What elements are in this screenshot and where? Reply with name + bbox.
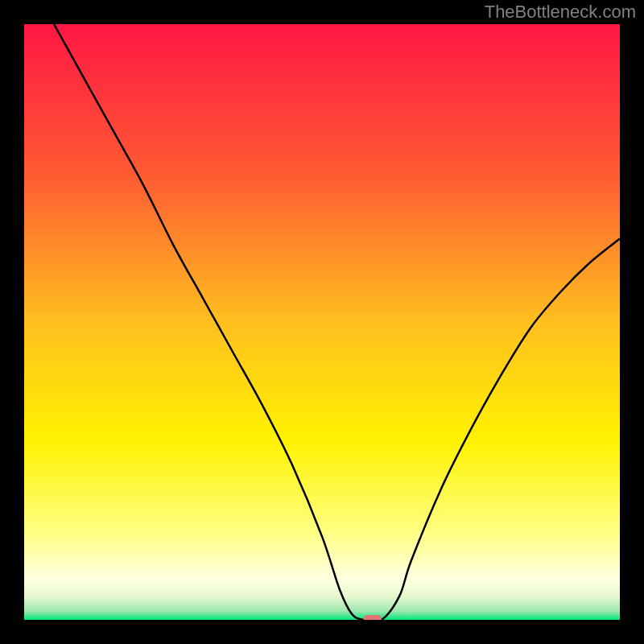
chart-background (24, 24, 620, 620)
bottleneck-chart (24, 24, 620, 620)
attribution-label: TheBottleneck.com (485, 2, 636, 23)
optimal-marker (364, 615, 382, 620)
chart-plot-area (24, 24, 620, 620)
